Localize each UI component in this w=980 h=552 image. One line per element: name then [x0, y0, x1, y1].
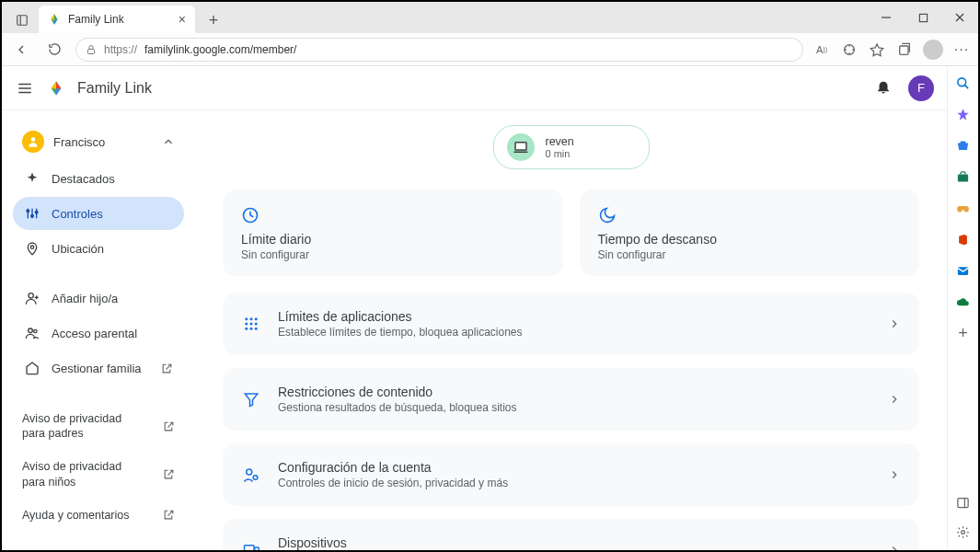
- svg-point-27: [30, 246, 33, 248]
- row-devices[interactable]: Dispositivos Duración de la batería, hac…: [223, 519, 919, 550]
- sidebar-item-parent-access[interactable]: Acceso parental: [13, 316, 184, 350]
- svg-rect-12: [900, 46, 908, 54]
- row-sub: Gestiona resultados de búsqueda, bloquea…: [278, 401, 517, 414]
- svg-point-40: [250, 323, 253, 326]
- tile-downtime[interactable]: Tiempo de descanso Sin configurar: [580, 190, 920, 276]
- tools-icon[interactable]: [954, 167, 973, 186]
- more-icon[interactable]: ···: [952, 40, 971, 59]
- tile-title: Tiempo de descanso: [598, 232, 902, 247]
- home-icon: [24, 360, 40, 376]
- menu-button[interactable]: [15, 78, 35, 98]
- tracking-icon[interactable]: [840, 40, 859, 59]
- svg-marker-45: [245, 394, 258, 407]
- svg-point-44: [255, 328, 258, 330]
- svg-point-26: [35, 211, 38, 213]
- row-account-settings[interactable]: Configuración de la cuenta Controles de …: [223, 443, 919, 506]
- tab-close-icon[interactable]: ×: [179, 12, 186, 27]
- moon-icon: [598, 206, 902, 224]
- favorites-icon[interactable]: [868, 40, 886, 59]
- location-icon: [24, 240, 40, 257]
- svg-marker-3: [52, 14, 55, 20]
- chevron-right-icon: [888, 544, 901, 550]
- url-rest: familylink.google.com/member/: [144, 43, 296, 56]
- sidebar-item-manage-family[interactable]: Gestionar familia: [13, 351, 184, 385]
- account-initial: F: [917, 81, 925, 95]
- row-sub: Controles de inicio de sesión, privacida…: [278, 477, 508, 489]
- sparkle-icon: [24, 170, 40, 187]
- svg-marker-19: [56, 81, 61, 88]
- tab-actions-icon[interactable]: [9, 7, 35, 33]
- refresh-button[interactable]: [42, 38, 66, 62]
- child-selector[interactable]: Francisco: [13, 123, 184, 160]
- device-usage: 0 min: [546, 148, 574, 159]
- browser-tab-strip: Family Link × +: [2, 2, 978, 33]
- svg-point-24: [27, 210, 29, 213]
- svg-point-41: [255, 323, 258, 326]
- notifications-button[interactable]: [875, 78, 895, 98]
- device-name: reven: [546, 135, 574, 148]
- discover-icon[interactable]: [954, 105, 973, 123]
- row-app-limits[interactable]: Límites de aplicaciones Establece límite…: [223, 293, 919, 355]
- sidebar-collapse-icon[interactable]: [954, 493, 973, 512]
- device-chip[interactable]: reven 0 min: [493, 125, 650, 169]
- svg-point-42: [245, 328, 248, 330]
- row-content-restrictions[interactable]: Restricciones de contenido Gestiona resu…: [223, 368, 919, 431]
- chevron-right-icon: [888, 393, 901, 406]
- row-title: Límites de aplicaciones: [278, 309, 523, 324]
- chevron-up-icon: [162, 135, 175, 148]
- tile-daily-limit[interactable]: Límite diario Sin configurar: [223, 190, 563, 276]
- account-badge[interactable]: F: [908, 75, 934, 101]
- sidebar-item-add-child[interactable]: Añadir hijo/a: [13, 282, 184, 315]
- footer-link-privacy-children[interactable]: Aviso de privacidad para niños: [13, 454, 184, 495]
- search-icon[interactable]: [954, 74, 973, 92]
- new-tab-button[interactable]: +: [201, 7, 226, 33]
- sidebar-item-label: Añadir hijo/a: [52, 292, 118, 305]
- browser-tab[interactable]: Family Link ×: [39, 6, 195, 33]
- sidebar-item-label: Controles: [52, 207, 103, 221]
- tab-title: Family Link: [68, 13, 124, 26]
- svg-marker-17: [52, 81, 56, 88]
- outlook-icon[interactable]: [954, 261, 973, 280]
- window-close-button[interactable]: [941, 4, 978, 31]
- row-title: Configuración de la cuenta: [278, 460, 508, 475]
- sidebar-item-location[interactable]: Ubicación: [13, 232, 184, 265]
- read-aloud-icon[interactable]: A)): [813, 40, 831, 59]
- app-title: Family Link: [77, 80, 152, 97]
- person-gear-icon: [241, 466, 261, 483]
- window-minimize-button[interactable]: [868, 4, 905, 31]
- chevron-right-icon: [888, 317, 901, 330]
- svg-point-36: [245, 317, 248, 320]
- svg-point-58: [962, 530, 965, 534]
- svg-point-25: [31, 214, 34, 217]
- onedrive-icon[interactable]: [954, 293, 973, 311]
- footer-link-label: Ayuda y comentarios: [22, 508, 130, 523]
- child-avatar-icon: [22, 131, 44, 153]
- window-maximize-button[interactable]: [905, 4, 941, 31]
- footer-link-help[interactable]: Ayuda y comentarios: [13, 502, 184, 528]
- sidebar-item-highlights[interactable]: Destacados: [13, 162, 184, 195]
- clock-icon: [241, 206, 545, 224]
- sidebar-item-label: Ubicación: [52, 242, 104, 256]
- sidebar-item-controls[interactable]: Controles: [13, 197, 184, 230]
- row-title: Restricciones de contenido: [278, 385, 517, 399]
- sidebar-item-label: Destacados: [52, 172, 115, 186]
- edge-sidebar: +: [947, 66, 978, 550]
- settings-icon[interactable]: [954, 523, 973, 541]
- office-icon[interactable]: [954, 230, 973, 248]
- collections-icon[interactable]: [895, 40, 914, 59]
- back-button[interactable]: [9, 38, 33, 62]
- url-prefix: https://: [104, 43, 137, 56]
- games-icon[interactable]: [954, 199, 973, 217]
- add-sidebar-icon[interactable]: +: [954, 324, 973, 342]
- tile-sub: Sin configurar: [598, 248, 902, 261]
- footer-link-label: Aviso de privacidad para padres: [22, 411, 142, 442]
- lock-icon: [86, 44, 97, 55]
- profile-avatar[interactable]: [923, 40, 943, 60]
- url-box[interactable]: https://familylink.google.com/member/: [75, 38, 803, 62]
- svg-marker-11: [870, 44, 882, 56]
- svg-rect-56: [958, 498, 968, 507]
- svg-rect-50: [255, 547, 259, 550]
- shopping-icon[interactable]: [954, 136, 973, 155]
- svg-point-46: [247, 469, 252, 475]
- footer-link-privacy-parents[interactable]: Aviso de privacidad para padres: [13, 406, 184, 447]
